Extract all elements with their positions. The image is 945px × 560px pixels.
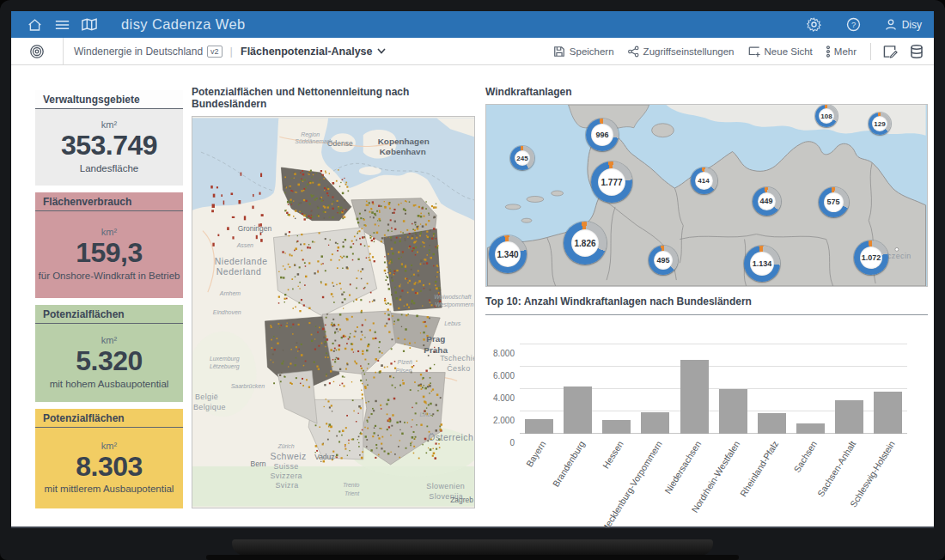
map-label: Westpommern <box>435 301 473 308</box>
marker-value: 1.340 <box>497 250 518 259</box>
workbook-title[interactable]: Windenergie in Deutschland <box>74 46 203 58</box>
map-label: Lebus <box>444 320 460 326</box>
new-view-button[interactable]: Neue Sicht <box>748 46 813 58</box>
map-label: Slowenien <box>426 482 465 490</box>
x-axis-label: Sachsen <box>792 439 820 474</box>
wind-turbine-count-marker[interactable]: 1.134 <box>744 246 780 282</box>
wind-turbine-count-marker[interactable]: 245 <box>510 146 534 170</box>
map-label: Assen <box>236 242 253 248</box>
x-axis-label: Schleswig-Holstein <box>847 439 896 509</box>
map-label: Region <box>301 131 320 138</box>
app-header: disy Cadenza Web ? Disy <box>11 11 934 38</box>
edit-sheet-icon[interactable] <box>883 45 898 58</box>
kpi-card-flaechenverbrauch: Flächenverbrauch km² 159,3 für Onshore-W… <box>35 192 183 298</box>
chevron-down-icon <box>377 48 386 54</box>
kpi-caption: mit mittlerem Ausbaupotential <box>43 484 176 497</box>
map-label: België <box>195 393 218 401</box>
screen: disy Cadenza Web ? Disy Windenergie in <box>11 11 934 528</box>
svg-text:?: ? <box>851 21 856 29</box>
wind-turbine-count-marker[interactable]: 1.826 <box>564 222 607 265</box>
kpi-unit: km² <box>101 335 117 345</box>
toolbar-divider <box>870 43 871 60</box>
wind-turbine-count-marker[interactable]: 129 <box>869 113 891 135</box>
map-windkraftanlagen[interactable]: czecin 9962451.7774141081294495751.3401.… <box>485 104 928 287</box>
wind-turbine-count-marker[interactable]: 1.777 <box>591 161 632 203</box>
map-label: Svizzera <box>270 472 302 480</box>
version-badge: v2 <box>207 46 223 58</box>
chart-plot: 02.0004.0006.0008.000BayernBrandenburgHe… <box>520 344 907 434</box>
kpi-sidebar: Verwaltungsgebiete km² 353.749 Landesflä… <box>35 90 183 527</box>
map-label: Süddänemark <box>295 138 332 144</box>
marker-value: 996 <box>595 131 608 139</box>
map-label: Nederland <box>216 267 262 277</box>
map-label: Zagreb <box>450 496 473 504</box>
y-axis-tick: 2.000 <box>493 416 515 425</box>
map-label: Plzeň <box>398 359 412 365</box>
kpi-card-verwaltungsgebiete: Verwaltungsgebiete km² 353.749 Landesflä… <box>35 90 183 186</box>
map-label: Pilsen <box>396 368 412 374</box>
map-label: Belgique <box>193 403 226 411</box>
wind-turbine-count-marker[interactable]: 1.072 <box>854 240 888 275</box>
bar-Hessen <box>602 420 631 434</box>
settings-gear-icon[interactable] <box>805 15 824 34</box>
kpi-unit: km² <box>101 227 117 237</box>
map-label: København <box>380 147 426 156</box>
map-icon[interactable] <box>80 15 99 34</box>
bar-Sachsen-Anhalt <box>835 400 863 434</box>
marker-value: 414 <box>698 177 709 185</box>
kpi-card-potenzial-mittel: Potenzialflächen km² 8.303 mit mittlerem… <box>35 409 183 508</box>
map-label: Kopenhagen <box>378 137 430 146</box>
kpi-card-potenzial-hoch: Potenzialflächen km² 5.320 mit hohem Aus… <box>35 305 183 402</box>
x-axis-label: Sachsen-Anhalt <box>815 439 857 498</box>
monitor-stand-base <box>206 555 739 560</box>
target-icon[interactable] <box>11 38 64 64</box>
status-footer: disy Cadenza Web v9.0 © Disy Information… <box>11 527 934 528</box>
kpi-card-title: Potenzialflächen <box>35 409 183 428</box>
map-label: Lëtzebuerg <box>210 363 240 370</box>
kpi-unit: km² <box>101 441 117 451</box>
monitor-bezel: disy Cadenza Web ? Disy Windenergie in <box>0 0 945 560</box>
home-icon[interactable] <box>25 15 44 34</box>
bar-Bayern <box>525 419 553 434</box>
marker-value: 129 <box>874 120 885 128</box>
map-label: Svizra <box>275 481 298 490</box>
map-label: Groningen <box>238 224 272 233</box>
x-axis-label: Hessen <box>601 439 625 471</box>
map-label: Niederlande <box>215 257 268 266</box>
monitor-stand <box>232 539 713 556</box>
map-germany-potential[interactable]: KopenhagenKøbenhavnOdenseRegionSüddänema… <box>192 116 475 508</box>
wind-turbine-count-marker[interactable]: 414 <box>691 167 717 194</box>
wind-turbine-count-marker[interactable]: 996 <box>586 119 619 151</box>
marker-value: 575 <box>826 198 839 206</box>
wind-turbine-count-marker[interactable]: 108 <box>815 105 838 127</box>
marker-value: 245 <box>516 155 527 162</box>
access-settings-button[interactable]: Zugriffseinstellungen <box>628 46 735 58</box>
save-icon <box>553 46 565 58</box>
panel-windkraftanlagen: Windkraftanlagen <box>485 86 928 527</box>
sheet-selector[interactable]: Flächenpotenzial-Analyse <box>241 46 386 58</box>
help-icon[interactable]: ? <box>844 15 863 34</box>
map-label: Bern <box>251 460 266 468</box>
map-label: Trient <box>344 490 360 496</box>
marker-value: 449 <box>759 197 772 205</box>
save-button[interactable]: Speichern <box>553 46 614 58</box>
kpi-card-title: Verwaltungsgebiete <box>35 90 183 109</box>
menu-icon[interactable] <box>52 15 71 34</box>
gridline: 6.000 <box>520 366 907 367</box>
map-label: Luxemburg <box>210 356 240 362</box>
more-button[interactable]: Mehr <box>826 46 857 58</box>
user-menu[interactable]: Disy <box>884 18 922 32</box>
wind-turbine-count-marker[interactable]: 495 <box>649 246 678 275</box>
marker-value: 108 <box>820 113 832 120</box>
sheet-title: Flächenpotenzial-Analyse <box>241 46 373 58</box>
map-label: Tschechien <box>440 354 474 362</box>
x-axis-label: Bayern <box>524 439 548 469</box>
kpi-value: 159,3 <box>76 238 143 268</box>
wind-turbine-count-marker[interactable]: 449 <box>753 187 781 216</box>
marker-value: 1.134 <box>753 259 772 268</box>
database-icon[interactable] <box>910 45 924 58</box>
wind-turbine-count-marker[interactable]: 1.340 <box>489 235 527 273</box>
wind-turbine-count-marker[interactable]: 575 <box>819 187 849 217</box>
kpi-caption: Landesfläche <box>78 163 140 177</box>
kpi-value: 353.749 <box>61 131 157 161</box>
